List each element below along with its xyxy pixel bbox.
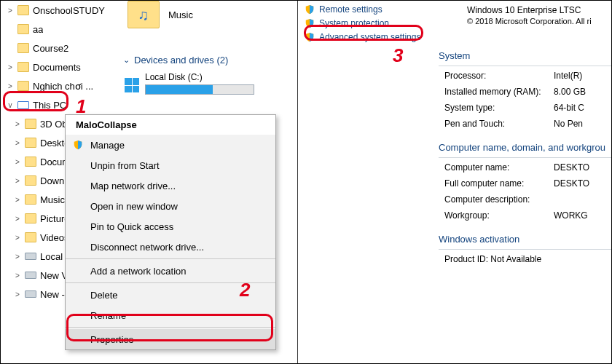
folder-icon xyxy=(25,232,36,242)
windows-edition-block: Windows 10 Enterprise LTSC © 2018 Micros… xyxy=(467,5,612,25)
control-panel-links: Remote settings System protection Advanc… xyxy=(305,2,420,44)
music-note-icon: ♫ xyxy=(138,7,149,23)
link-remote-settings[interactable]: Remote settings xyxy=(305,2,420,16)
row-computer-desc: Computer description: xyxy=(444,194,612,210)
chevron-down-icon: ⌄ xyxy=(123,55,130,65)
folder-icon xyxy=(25,119,36,129)
row-computer-name: Computer name:DESKTO xyxy=(444,162,612,178)
group-computer-name: Computer name, domain, and workgrou xyxy=(439,142,612,153)
folder-icon xyxy=(25,175,36,186)
windows-edition: Windows 10 Enterprise LTSC xyxy=(467,5,612,15)
ctx-rename[interactable]: Rename xyxy=(66,305,275,325)
ctx-add-net-loc[interactable]: Add a network location xyxy=(66,261,275,281)
nav-item-course2[interactable]: Course2 xyxy=(1,39,116,58)
music-folder-item[interactable]: ♫ Music xyxy=(128,1,193,28)
drive-title: Local Disk (C:) xyxy=(145,72,283,82)
folder-icon xyxy=(25,138,36,148)
row-pen-touch: Pen and Touch:No Pen xyxy=(444,119,612,135)
folder-icon xyxy=(17,43,29,53)
context-menu-header: MaloCollapse xyxy=(66,115,275,135)
folder-icon xyxy=(17,62,29,72)
separator xyxy=(66,258,275,259)
ctx-pin-quick[interactable]: Pin to Quick access xyxy=(66,216,275,237)
drive-usage-bar xyxy=(145,84,254,95)
disk-icon xyxy=(25,290,36,298)
ctx-properties[interactable]: Properties xyxy=(66,329,275,349)
shield-icon xyxy=(305,4,315,15)
system-info: System Processor:Intel(R) Installed memo… xyxy=(444,47,612,270)
ctx-manage[interactable]: Manage xyxy=(66,135,275,155)
folder-icon xyxy=(17,24,29,34)
link-system-protection[interactable]: System protection xyxy=(305,16,420,30)
group-system: System xyxy=(439,50,612,61)
annotation-3: 3 xyxy=(393,44,403,67)
ctx-disconnect[interactable]: Disconnect network drive... xyxy=(66,237,275,257)
folder-icon xyxy=(25,213,36,223)
folder-icon xyxy=(17,5,29,15)
music-label: Music xyxy=(168,9,193,20)
row-full-computer-name: Full computer name:DESKTO xyxy=(444,178,612,194)
music-folder-icon: ♫ xyxy=(128,1,160,28)
windows-copyright: © 2018 Microsoft Corporation. All ri xyxy=(467,17,612,25)
link-advanced-system-settings[interactable]: Advanced system settings xyxy=(305,30,420,44)
annotation-1: 1 xyxy=(76,95,86,118)
nav-item-aa[interactable]: aa xyxy=(1,20,116,39)
row-processor: Processor:Intel(R) xyxy=(444,71,612,87)
drive-item-localdisk[interactable]: Local Disk (C:) xyxy=(145,72,283,95)
shield-icon xyxy=(305,32,315,42)
row-system-type: System type:64-bit C xyxy=(444,103,612,119)
ctx-open-new[interactable]: Open in new window xyxy=(66,196,275,216)
windows-icon xyxy=(125,78,139,92)
devices-section-header[interactable]: ⌄ Devices and drives (2) xyxy=(123,55,228,66)
separator xyxy=(439,157,612,158)
nav-item-onschoolstudy[interactable]: >OnschoolSTUDY xyxy=(1,1,116,20)
separator xyxy=(439,249,612,250)
nav-item-thispc[interactable]: vThis PC xyxy=(1,95,116,114)
disk-icon xyxy=(25,272,36,279)
folder-icon xyxy=(25,157,36,167)
separator xyxy=(439,66,612,66)
shield-icon xyxy=(71,140,85,150)
disk-icon xyxy=(25,253,36,260)
ctx-map-drive[interactable]: Map network drive... xyxy=(66,175,275,196)
system-properties-pane: Remote settings System protection Advanc… xyxy=(299,1,612,364)
annotation-2: 2 xyxy=(240,279,250,301)
row-ram: Installed memory (RAM):8.00 GB xyxy=(444,87,612,103)
group-activation: Windows activation xyxy=(439,234,612,245)
row-product-id: Product ID: Not Available xyxy=(444,254,612,270)
pc-icon xyxy=(17,101,29,109)
nav-item-nghichchoi[interactable]: >Nghich chơi ... xyxy=(1,76,116,95)
row-workgroup: Workgroup:WORKG xyxy=(444,210,612,226)
folder-icon xyxy=(17,81,29,91)
folder-icon xyxy=(25,194,36,205)
context-menu: MaloCollapse Manage Unpin from Start Map… xyxy=(65,114,276,350)
nav-item-documents[interactable]: >Documents xyxy=(1,58,116,76)
explorer-pane: >OnschoolSTUDY aa Course2 >Documents >Ng… xyxy=(1,1,298,364)
shield-icon xyxy=(305,18,315,28)
separator xyxy=(66,327,275,328)
ctx-unpin[interactable]: Unpin from Start xyxy=(66,155,275,175)
